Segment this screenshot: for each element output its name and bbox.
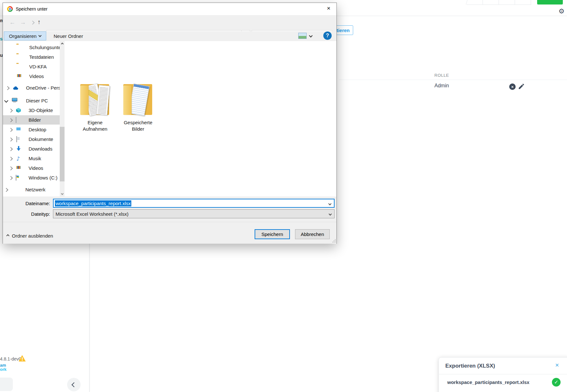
sidebar-scrollbar[interactable] bbox=[60, 41, 65, 196]
toast-filename: workspace_participants_report.xlsx bbox=[447, 379, 529, 385]
up-icon[interactable]: ↑ bbox=[38, 19, 41, 26]
dialog-titlebar[interactable]: Speichern unter × bbox=[3, 3, 336, 15]
sidebar-item-label: Schulungsunterla bbox=[29, 45, 60, 50]
scrollbar-thumb[interactable] bbox=[60, 127, 65, 181]
expand-chevron-icon[interactable] bbox=[4, 188, 8, 192]
cut-off-button-fragment[interactable] bbox=[0, 378, 13, 391]
chevron-left-icon bbox=[71, 382, 76, 387]
collapse-sidebar-button[interactable] bbox=[67, 378, 81, 391]
document-icon bbox=[16, 136, 17, 142]
sidebar-item-label: Testdateien bbox=[29, 54, 54, 60]
sidebar-item-vd-kfa[interactable]: VD-KFA bbox=[3, 62, 60, 71]
filename-input[interactable]: workspace_participants_report.xlsx bbox=[53, 199, 335, 208]
expand-chevron-icon[interactable] bbox=[9, 109, 13, 113]
cut-off-cell bbox=[483, 0, 499, 4]
expand-chevron-icon[interactable] bbox=[9, 157, 13, 161]
sidebar-item-dieser-pc[interactable]: Dieser PC bbox=[3, 96, 60, 105]
sidebar-item-bilder[interactable]: Bilder bbox=[3, 115, 60, 125]
expand-chevron-icon[interactable] bbox=[9, 118, 13, 122]
save-button[interactable]: Speichern bbox=[255, 229, 290, 239]
expand-chevron-icon[interactable] bbox=[9, 166, 13, 170]
scroll-up-icon[interactable] bbox=[61, 42, 64, 45]
dialog-close-button[interactable]: × bbox=[321, 3, 336, 14]
cut-off-cell bbox=[499, 0, 515, 4]
sidebar-item-label: Windows (C:) bbox=[29, 175, 57, 180]
sidebar-item-3d-objekte[interactable]: 3D-Objekte bbox=[3, 106, 60, 115]
hide-folders-label: Ordner ausblenden bbox=[12, 233, 53, 239]
chevron-down-icon[interactable] bbox=[328, 202, 332, 205]
success-check-icon: ✓ bbox=[552, 378, 561, 387]
back-icon[interactable]: ← bbox=[9, 19, 15, 26]
gear-icon[interactable]: ⚙ bbox=[558, 8, 565, 15]
background-text-fragment: m bbox=[0, 18, 3, 23]
export-toast: Exportieren (XLSX) × workspace_participa… bbox=[439, 357, 567, 392]
view-mode-icon[interactable] bbox=[298, 33, 307, 39]
sidebar-item-desktop[interactable]: Desktop bbox=[3, 125, 60, 134]
sidebar-item-testdateien[interactable]: Testdateien bbox=[3, 52, 60, 62]
warning-icon[interactable] bbox=[18, 355, 26, 362]
sidebar-item-musik[interactable]: ♪ Musik bbox=[3, 154, 60, 163]
scroll-down-icon[interactable] bbox=[61, 192, 64, 195]
organize-button[interactable]: Organisieren bbox=[4, 31, 46, 40]
filename-label: Dateiname: bbox=[15, 201, 50, 206]
expand-chevron-icon[interactable] bbox=[9, 137, 13, 142]
sidebar-item-label: Bilder bbox=[29, 117, 41, 123]
toast-title: Exportieren (XLSX) bbox=[445, 363, 495, 369]
help-icon[interactable]: ? bbox=[323, 31, 332, 40]
filetype-label: Dateityp: bbox=[15, 211, 50, 217]
collapse-chevron-icon[interactable] bbox=[4, 99, 8, 103]
sidebar-item-videos[interactable]: Videos bbox=[3, 72, 60, 81]
sidebar-item-label: 3D-Objekte bbox=[29, 108, 53, 113]
dialog-footer: Ordner ausblenden Speichern Abbrechen bbox=[3, 222, 336, 244]
save-as-dialog: Speichern unter × ← → ↑ Dieser PC Bilder… bbox=[3, 3, 337, 244]
sidebar-item-schulungsunterlagen[interactable]: Schulungsunterla bbox=[3, 43, 60, 52]
folder-tile-eigene-aufnahmen[interactable]: Eigene Aufnahmen bbox=[76, 83, 114, 136]
hide-folders-button[interactable]: Ordner ausblenden bbox=[7, 233, 53, 239]
organize-label: Organisieren bbox=[9, 33, 37, 39]
sidebar-item-label: Videos bbox=[29, 165, 43, 171]
chevron-up-icon bbox=[6, 234, 10, 238]
nav-history-chevron-icon[interactable] bbox=[31, 21, 35, 25]
cube-icon bbox=[16, 108, 22, 113]
sidebar-item-label: OneDrive - Person bbox=[26, 85, 60, 91]
expand-chevron-icon[interactable] bbox=[5, 86, 10, 90]
folder-tile-label: Eigene Aufnahmen bbox=[76, 119, 114, 132]
sidebar-item-label: Desktop bbox=[29, 127, 46, 132]
sidebar-item-dokumente[interactable]: Dokumente bbox=[3, 135, 60, 144]
dialog-toolbar bbox=[3, 31, 336, 41]
toast-close-icon[interactable]: × bbox=[554, 362, 561, 369]
sidebar-item-windows-c[interactable]: Windows (C:) bbox=[3, 173, 60, 182]
cut-off-green-button[interactable] bbox=[537, 0, 563, 4]
expand-chevron-icon[interactable] bbox=[9, 176, 13, 180]
cut-off-cells bbox=[467, 0, 531, 5]
toast-divider bbox=[439, 374, 567, 374]
expand-chevron-icon[interactable] bbox=[9, 147, 13, 151]
background-text-fragment: ui bbox=[0, 53, 3, 58]
cancel-button[interactable]: Abbrechen bbox=[295, 229, 330, 239]
folder-thumbnail-icon bbox=[121, 83, 155, 117]
expand-chevron-icon[interactable] bbox=[9, 128, 13, 132]
sidebar-item-label: Dieser PC bbox=[26, 98, 48, 103]
background-text-fragment: s bbox=[0, 36, 3, 41]
table-cell-role: Admin bbox=[434, 83, 449, 89]
filename-selected-text: workspace_participants_report.xlsx bbox=[55, 200, 131, 206]
sidebar-item-videos-pc[interactable]: Videos bbox=[3, 163, 60, 173]
app-sidebar-divider bbox=[89, 243, 90, 392]
filetype-value: Microsoft Excel Worksheet (*.xlsx) bbox=[56, 211, 128, 217]
sidebar-item-label: Downloads bbox=[29, 146, 52, 152]
folder-tile-gespeicherte-bilder[interactable]: Gespeicherte Bilder bbox=[119, 83, 157, 136]
sidebar-item-netzwerk[interactable]: Netzwerk bbox=[3, 185, 60, 194]
sidebar-item-label: VD-KFA bbox=[29, 64, 47, 69]
sidebar-item-onedrive[interactable]: OneDrive - Person bbox=[3, 83, 60, 92]
forward-icon[interactable]: → bbox=[20, 19, 26, 26]
remove-user-icon[interactable]: × bbox=[509, 83, 516, 90]
app-logo-fragment: ork bbox=[0, 367, 6, 371]
sidebar-item-label: Musik bbox=[29, 156, 41, 161]
edit-user-icon[interactable] bbox=[518, 83, 526, 91]
dialog-main: Schulungsunterla Testdateien VD-KFA Vide… bbox=[3, 41, 336, 196]
new-folder-button[interactable]: Neuer Ordner bbox=[54, 33, 83, 39]
sidebar-item-label: Netzwerk bbox=[25, 187, 46, 192]
folder-tile-label: Gespeicherte Bilder bbox=[119, 119, 157, 132]
sidebar-item-downloads[interactable]: Downloads bbox=[3, 144, 60, 153]
filetype-select[interactable]: Microsoft Excel Worksheet (*.xlsx) bbox=[53, 209, 335, 218]
